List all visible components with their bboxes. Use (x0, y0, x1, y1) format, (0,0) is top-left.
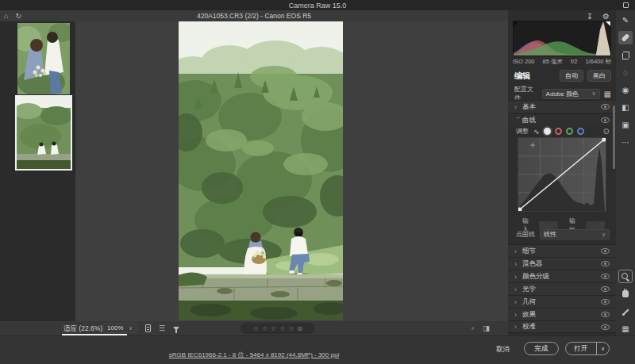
section-geometry[interactable]: › 几何 (508, 295, 616, 308)
filmstrip (0, 21, 75, 321)
section-label: 颜色分级 (522, 272, 601, 282)
aperture-value: f/2 (571, 58, 577, 66)
more-tools-icon[interactable]: ⋯ (618, 136, 633, 149)
section-label: 几何 (522, 297, 601, 307)
save-image-icon[interactable]: ↧ (587, 12, 593, 21)
star-icon[interactable]: ☆ (262, 325, 267, 332)
open-button[interactable]: 打开 ∨ (565, 342, 610, 355)
section-color-grading[interactable]: › 颜色分级 (508, 270, 616, 282)
visibility-eye-icon[interactable] (601, 117, 610, 123)
visibility-eye-icon[interactable] (601, 324, 610, 330)
thumbnail-1-image (17, 23, 70, 94)
green-channel-button[interactable] (566, 128, 573, 135)
red-channel-button[interactable] (555, 128, 562, 135)
grid-overlay-icon[interactable]: ▦ (618, 322, 633, 335)
section-optics[interactable]: › 光学 (508, 282, 616, 295)
tone-curve-editor[interactable] (518, 137, 606, 212)
hand-tool-icon[interactable] (618, 287, 633, 301)
star-icon[interactable]: ☆ (271, 325, 276, 332)
chevron-down-icon: › (514, 117, 522, 125)
fit-zoom-label[interactable]: 适应 (22.6%) (64, 324, 102, 334)
visibility-eye-icon[interactable] (601, 299, 610, 305)
section-effects[interactable]: › 效果 (508, 308, 616, 320)
section-basic[interactable]: › 基本 (508, 100, 616, 113)
presets-tool-icon[interactable]: ◧ (618, 101, 633, 114)
open-button-label: 打开 (566, 344, 596, 354)
filmstrip-thumbnail-1[interactable] (17, 23, 70, 94)
star-icon[interactable]: ☆ (253, 325, 259, 332)
auto-button[interactable]: 自动 (560, 70, 583, 82)
filter-icon[interactable] (173, 327, 179, 331)
output-value-field[interactable] (586, 221, 605, 229)
visibility-eye-icon[interactable] (601, 261, 610, 266)
zoom-tool-icon[interactable] (618, 270, 633, 283)
section-curve-label: 曲线 (522, 116, 601, 125)
edit-panel: ↧ ⚙ ISO 200 85 毫米 f/2 1/6400 秒 编辑 自动 黑白 (508, 10, 616, 335)
done-button-label: 完成 (535, 344, 548, 354)
chevron-right-icon: › (514, 273, 522, 281)
edit-tool-icon[interactable]: ✎ (618, 13, 633, 27)
star-icon[interactable]: ☆ (288, 325, 294, 332)
fullscreen-icon[interactable] (623, 2, 629, 8)
visibility-eye-icon[interactable] (601, 274, 610, 279)
parametric-curve-icon[interactable]: ∿ (533, 128, 540, 136)
point-curve-label: 点曲线 (516, 230, 535, 239)
chevron-right-icon: › (514, 323, 522, 331)
chevron-down-icon: ∨ (129, 325, 133, 331)
section-color-mixer[interactable]: › 混色器 (508, 257, 616, 270)
luminance-channel-button[interactable] (544, 128, 551, 135)
visibility-eye-icon[interactable] (601, 312, 610, 317)
point-curve-value: 线性 (544, 230, 556, 239)
star-icon[interactable]: ☆ (279, 325, 285, 332)
tool-rail: ✎ ◌ ◉ ◧ ▣ ⋯ ▦ (616, 10, 635, 335)
section-calibration[interactable]: › 校准 (508, 320, 616, 333)
reject-flag-icon[interactable]: ⊘ (298, 325, 303, 332)
filmstrip-thumbnail-2-selected[interactable] (17, 97, 71, 169)
sort-icon[interactable]: ☰ (159, 325, 165, 332)
crop-tool-icon[interactable] (618, 48, 633, 62)
chevron-down-icon: ∨ (602, 232, 606, 238)
visibility-eye-icon[interactable] (601, 248, 610, 254)
preferences-gear-icon[interactable]: ⚙ (602, 12, 610, 21)
window-title: Camera Raw 15.0 (289, 2, 347, 10)
before-after-view-icon[interactable]: ◨ (483, 324, 490, 332)
blue-channel-button[interactable] (577, 128, 584, 135)
filmstrip-toggle-icon[interactable] (145, 324, 151, 332)
edit-panel-title: 编辑 (514, 71, 556, 82)
panel-scrollbar[interactable] (613, 105, 615, 169)
refresh-icon[interactable]: ↻ (15, 12, 21, 20)
cancel-button[interactable]: 取消 (496, 345, 510, 354)
point-curve-row: 点曲线 线性 ∨ (516, 229, 610, 239)
main-preview-image[interactable] (179, 21, 343, 320)
zoom-level-dropdown[interactable]: 100% ∨ (103, 323, 137, 333)
section-label: 混色器 (522, 259, 601, 269)
masking-tool-icon[interactable]: ◌ (618, 66, 633, 79)
open-options-chevron-icon[interactable]: ∨ (597, 346, 609, 352)
point-curve-dropdown[interactable]: 线性 ∨ (540, 229, 610, 239)
snapshots-tool-icon[interactable]: ▣ (618, 118, 633, 132)
section-detail[interactable]: › 细节 (508, 244, 616, 257)
section-basic-label: 基本 (522, 102, 601, 112)
input-value-field[interactable] (539, 221, 558, 229)
heal-tool-icon[interactable] (618, 31, 633, 44)
profile-dropdown[interactable]: Adobe 颜色 ∨ (542, 89, 600, 99)
section-label: 校准 (522, 322, 601, 331)
histogram[interactable] (513, 21, 611, 56)
profile-browser-icon[interactable]: ▦ (604, 90, 611, 98)
preview-settings-icon[interactable]: ▫ (471, 324, 474, 332)
visibility-eye-icon[interactable] (601, 286, 610, 292)
visibility-eye-icon[interactable] (601, 104, 610, 109)
done-button[interactable]: 完成 (524, 342, 559, 355)
white-balance-eyedropper-icon[interactable] (618, 305, 633, 318)
home-icon[interactable]: ⌂ (4, 12, 8, 20)
section-label: 细节 (522, 247, 601, 256)
star-rating[interactable]: ☆ ☆ ☆ ☆ ☆ ⊘ (241, 323, 315, 334)
targeted-adjustment-icon[interactable]: ⊙ (603, 127, 610, 136)
filename-label: 420A1053.CR3 (2/2) - Canon EOS R5 (197, 12, 311, 20)
section-curve[interactable]: › 曲线 (508, 113, 616, 126)
curve-channel-row: 调整 ∿ ⊙ (516, 127, 610, 136)
red-eye-tool-icon[interactable]: ◉ (618, 83, 633, 97)
chevron-right-icon: › (514, 311, 522, 319)
workflow-options-link[interactable]: sRGB IEC61966-2.1 - 8 位 - 5464 x 8192 (4… (0, 346, 508, 360)
black-white-button[interactable]: 黑白 (587, 70, 611, 82)
